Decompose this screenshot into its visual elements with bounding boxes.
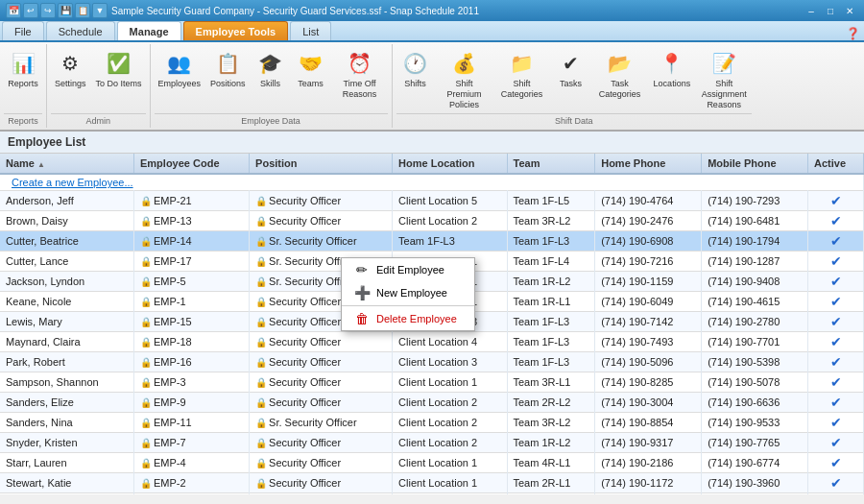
title-bar: 📅 ↩ ↪ 💾 📋 ▼ Sample Security Guard Compan…	[0, 0, 864, 21]
employees-icon: 👥	[164, 48, 195, 79]
cell-location: Client Location 2	[393, 413, 507, 433]
col-emp-code[interactable]: Employee Code	[134, 154, 250, 174]
lock-icon: 🔒	[255, 337, 267, 348]
tab-manage[interactable]: Manage	[117, 21, 181, 40]
table-row[interactable]: Starr, Lauren 🔒EMP-4 🔒Security Officer C…	[0, 453, 864, 473]
cell-name: Brown, Daisy	[0, 211, 134, 231]
lock-icon: 🔒	[140, 337, 152, 348]
col-position[interactable]: Position	[250, 154, 393, 174]
positions-button[interactable]: 📋 Positions	[206, 46, 250, 91]
delete-employee-menu-item[interactable]: 🗑 Delete Employee	[342, 307, 474, 330]
toolbar-icon-1[interactable]: ↩	[23, 3, 38, 18]
cell-team: Team 1R-L1	[507, 292, 595, 312]
table-row[interactable]: Sanders, Elize 🔒EMP-9 🔒Security Officer …	[0, 393, 864, 413]
cell-active: ✔	[808, 493, 864, 495]
cell-code: 🔒EMP-4	[134, 453, 250, 473]
tab-employee-tools[interactable]: Employee Tools	[183, 21, 289, 40]
lock-icon: 🔒	[255, 357, 267, 368]
toolbar-icon-4[interactable]: 📋	[75, 3, 90, 18]
cell-active: ✔	[808, 272, 864, 292]
lock-icon: 🔒	[255, 438, 267, 448]
toolbar-icon-5[interactable]: ▼	[92, 3, 108, 18]
shift-assignment-button[interactable]: 📝 Shift Assignment Reasons	[696, 46, 752, 111]
employees-button[interactable]: 👥 Employees	[155, 46, 205, 91]
col-home-phone[interactable]: Home Phone	[595, 154, 702, 174]
col-team[interactable]: Team	[507, 154, 595, 174]
lock-icon: 🔒	[255, 458, 267, 468]
skills-button[interactable]: 🎓 Skills	[252, 46, 290, 91]
table-row[interactable]: Brown, Daisy 🔒EMP-13 🔒Security Officer C…	[0, 211, 864, 231]
table-row[interactable]: Sampson, Shannon 🔒EMP-3 🔒Security Office…	[0, 372, 864, 393]
teams-button[interactable]: 🤝 Teams	[292, 46, 330, 91]
lock-icon: 🔒	[255, 297, 267, 307]
cell-name: Park, Robert	[0, 352, 134, 372]
timeoff-button[interactable]: ⏰ Time Off Reasons	[332, 46, 388, 102]
ribbon-group-admin-items: ⚙ Settings ✅ To Do Items	[51, 46, 146, 111]
toolbar-icon-3[interactable]: 💾	[58, 3, 73, 18]
tab-file[interactable]: File	[2, 21, 44, 40]
col-mobile-phone[interactable]: Mobile Phone	[702, 154, 808, 174]
maximize-button[interactable]: □	[822, 4, 839, 17]
reports-group-label: Reports	[4, 113, 42, 126]
create-employee-link[interactable]: Create a new Employee...	[6, 174, 139, 191]
reports-label: Reports	[8, 79, 38, 89]
employee-data-group-label: Employee Data	[155, 113, 388, 126]
close-button[interactable]: ✕	[841, 4, 858, 17]
shift-categories-button[interactable]: 📁 Shift Categories	[494, 46, 550, 102]
cell-team: Team 4R-L1	[507, 453, 595, 473]
active-check-icon: ✔	[830, 435, 842, 450]
locations-button[interactable]: 📍 Locations	[650, 46, 695, 91]
table-row[interactable]: Stewart, Katie 🔒EMP-2 🔒Security Officer …	[0, 473, 864, 493]
col-home-location[interactable]: Home Location	[393, 154, 507, 174]
settings-button[interactable]: ⚙ Settings	[51, 46, 90, 91]
lock-icon: 🔒	[140, 397, 152, 408]
col-active[interactable]: Active	[808, 154, 864, 174]
cell-code: 🔒EMP-2	[134, 473, 250, 493]
context-menu: ✏ Edit Employee ➕ New Employee 🗑 Delete …	[341, 257, 475, 331]
table-row[interactable]: Park, Robert 🔒EMP-16 🔒Security Officer C…	[0, 352, 864, 372]
cell-code: 🔒EMP-13	[134, 211, 250, 231]
reports-button[interactable]: 📊 Reports	[4, 46, 42, 91]
todo-button[interactable]: ✅ To Do Items	[92, 46, 146, 91]
locations-icon: 📍	[657, 48, 687, 79]
shifts-button[interactable]: 🕐 Shifts	[396, 46, 435, 91]
lock-icon: 🔒	[140, 317, 152, 327]
cell-position: 🔒Security Officer	[250, 352, 393, 372]
shift-premium-button[interactable]: 💰 Shift Premium Policies	[437, 46, 492, 111]
cell-location: Client Location 2	[393, 211, 507, 231]
col-name[interactable]: Name ▲	[0, 154, 134, 174]
lock-icon: 🔒	[140, 357, 152, 368]
cell-code: 🔒EMP-14	[134, 231, 250, 252]
cell-location: Client Location 2	[393, 433, 507, 453]
table-row[interactable]: Anderson, Jeff 🔒EMP-21 🔒Security Officer…	[0, 191, 864, 211]
lock-icon: 🔒	[255, 196, 267, 206]
cell-code: 🔒EMP-17	[134, 252, 250, 272]
cell-active: ✔	[808, 191, 864, 211]
task-categories-button[interactable]: 📂 Task Categories	[592, 46, 648, 102]
new-employee-menu-item[interactable]: ➕ New Employee	[342, 281, 474, 304]
active-check-icon: ✔	[830, 415, 842, 430]
skills-label: Skills	[260, 79, 280, 89]
cell-name: Sampson, Shannon	[0, 372, 134, 393]
table-row[interactable]: Snyder, Kristen 🔒EMP-7 🔒Security Officer…	[0, 433, 864, 453]
cell-name: Cutter, Lance	[0, 252, 134, 272]
minimize-button[interactable]: –	[803, 4, 820, 17]
cell-position: 🔒Security Officer	[250, 372, 393, 393]
edit-employee-menu-item[interactable]: ✏ Edit Employee	[342, 258, 474, 281]
table-row[interactable]: Maynard, Claira 🔒EMP-18 🔒Security Office…	[0, 332, 864, 352]
tab-schedule[interactable]: Schedule	[46, 21, 115, 40]
lock-icon: 🔒	[140, 236, 152, 247]
cell-name: Maynard, Claira	[0, 332, 134, 352]
toolbar-icon-2[interactable]: ↪	[40, 3, 56, 18]
table-row[interactable]: Sanders, Nina 🔒EMP-11 🔒Sr. Security Offi…	[0, 413, 864, 433]
tasks-label: Tasks	[560, 79, 582, 89]
tasks-button[interactable]: ✔ Tasks	[552, 46, 590, 91]
cell-location: Client Location 3	[393, 352, 507, 372]
shifts-icon: 🕐	[400, 48, 431, 79]
table-row[interactable]: Cutter, Beatrice 🔒EMP-14 🔒Sr. Security O…	[0, 231, 864, 252]
help-button[interactable]: ❓	[846, 27, 860, 40]
tab-list[interactable]: List	[290, 21, 331, 40]
cell-mobile-phone: (714) 190-2780	[702, 312, 808, 332]
cell-position: 🔒Security Officer	[250, 453, 393, 473]
table-row[interactable]: Thompson, Candice 🔒EMP-6 🔒Security Offic…	[0, 493, 864, 495]
